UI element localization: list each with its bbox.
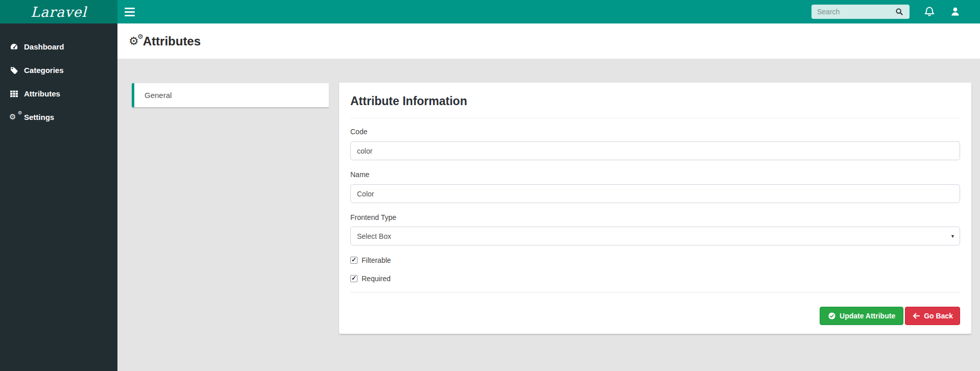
- sidebar-item-dashboard[interactable]: Dashboard: [0, 35, 117, 58]
- panel-footer: Update Attribute Go Back: [350, 307, 960, 325]
- sidebar-menu: Dashboard Categories: [0, 35, 117, 129]
- frontend-type-label: Frontend Type: [350, 213, 960, 222]
- top-navbar: Laravel: [0, 0, 980, 23]
- tag-icon: [9, 66, 18, 75]
- content-header: ⚙ ⚙ Attributes: [117, 23, 980, 59]
- brand-logo[interactable]: Laravel: [0, 0, 117, 23]
- cogs-icon: ⚙ ⚙: [129, 36, 139, 47]
- panel-title: Attribute Information: [350, 83, 960, 108]
- sidebar-item-settings[interactable]: ⚙ ⚙ Settings: [0, 105, 117, 129]
- required-checkbox[interactable]: ✓: [350, 275, 357, 282]
- sidebar-item-label: Attributes: [24, 89, 60, 98]
- sidebar-toggle-button[interactable]: [125, 3, 142, 20]
- navbar: [117, 0, 980, 23]
- sidebar-item-label: Settings: [24, 113, 54, 121]
- required-row: ✓ Required: [350, 275, 960, 282]
- search-submit-button[interactable]: [891, 5, 908, 19]
- frontend-type-select[interactable]: Select Box ▼: [350, 227, 960, 245]
- code-input[interactable]: [350, 141, 960, 160]
- update-attribute-button[interactable]: Update Attribute: [820, 307, 903, 325]
- gauge-icon: [9, 42, 18, 51]
- page-title: Attributes: [143, 34, 206, 48]
- go-back-button[interactable]: Go Back: [905, 307, 960, 325]
- notifications-button[interactable]: [924, 6, 935, 18]
- chevron-down-icon: ▼: [950, 234, 955, 239]
- check-circle-icon: [828, 312, 836, 320]
- search-input[interactable]: [811, 5, 891, 18]
- arrow-left-icon: [912, 312, 920, 320]
- grid-icon: [9, 89, 18, 98]
- check-icon: ✓: [351, 275, 356, 282]
- tab-general[interactable]: General: [132, 83, 329, 107]
- content-wrapper: ⚙ ⚙ Attributes General Attribute Informa…: [117, 23, 980, 371]
- hamburger-icon: [125, 8, 135, 9]
- sidebar-item-attributes[interactable]: Attributes: [0, 82, 117, 105]
- content-body: General Attribute Information Code Name …: [117, 59, 980, 371]
- name-input[interactable]: [350, 184, 960, 203]
- sidebar-item-label: Categories: [24, 66, 64, 75]
- name-label: Name: [350, 170, 960, 179]
- attribute-info-panel: Attribute Information Code Name Frontend…: [339, 83, 971, 334]
- divider: [350, 118, 960, 118]
- brand-logo-text: Laravel: [31, 4, 87, 20]
- gears-icon: ⚙ ⚙: [9, 113, 18, 121]
- bell-icon: [924, 6, 935, 18]
- required-label: Required: [362, 275, 391, 283]
- sidebar-item-categories[interactable]: Categories: [0, 58, 117, 82]
- search-form: [811, 5, 910, 19]
- code-label: Code: [350, 128, 960, 136]
- navbar-right: [811, 5, 980, 19]
- user-menu-button[interactable]: [949, 6, 961, 18]
- divider: [350, 292, 960, 292]
- update-attribute-label: Update Attribute: [840, 312, 895, 320]
- filterable-label: Filterable: [362, 256, 391, 264]
- search-icon: [895, 8, 903, 16]
- filterable-row: ✓ Filterable: [350, 256, 960, 264]
- frontend-type-selected-value: Select Box: [357, 232, 391, 240]
- go-back-label: Go Back: [924, 312, 953, 320]
- user-icon: [950, 6, 961, 17]
- tab-general-label: General: [145, 91, 172, 100]
- check-icon: ✓: [351, 257, 356, 263]
- sidebar-item-label: Dashboard: [24, 42, 64, 51]
- sidebar: Dashboard Categories: [0, 23, 117, 371]
- filterable-checkbox[interactable]: ✓: [350, 257, 357, 264]
